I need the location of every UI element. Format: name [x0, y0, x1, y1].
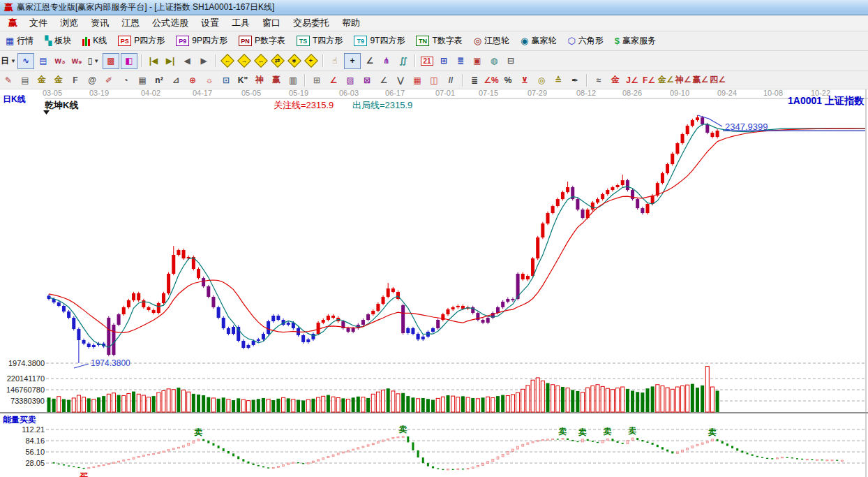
gold-bars-button[interactable]: ≙ [551, 73, 566, 87]
menu-item-7[interactable]: 窗口 [256, 15, 287, 31]
j-angle-button[interactable]: J∠ [624, 73, 640, 87]
wave-3-tool-button[interactable]: w₃ [52, 54, 68, 68]
menu-item-5[interactable]: 设置 [195, 15, 225, 31]
wave-box-button[interactable]: ≈ [591, 73, 606, 87]
menu-item-6[interactable]: 工具 [225, 15, 256, 31]
save-button[interactable]: ▣ [470, 54, 485, 68]
gold-fence-1-button[interactable]: 金 [34, 73, 50, 87]
brush-tool-button[interactable]: ✎ [1, 73, 16, 87]
menu-item-4[interactable]: 公式选股 [146, 15, 195, 31]
f-fence-button[interactable]: F [68, 73, 83, 87]
title-bar: 赢 赢家江恩专业版[赢家内部服务平台] - [上证指数 SH1A0001-167… [0, 0, 868, 15]
toolbar-p-number-table-button[interactable]: PNP数字表 [233, 31, 291, 50]
toolbar-9t-square-button[interactable]: T99T四方形 [348, 31, 410, 50]
percent-angle-button[interactable]: ∠% [484, 73, 499, 87]
gann-pattern-tool-button[interactable]: ▩ [103, 53, 119, 69]
toolbar-t-number-table-button[interactable]: TNT数字表 [410, 31, 467, 50]
comb-grid-button[interactable]: ▤ [17, 73, 33, 87]
star-circle-button[interactable]: ☼ [202, 73, 217, 87]
slant-lines-button[interactable]: // [443, 73, 458, 87]
period-day-dropdown-button[interactable]: 日▼ [1, 54, 16, 68]
diamond-shift-right-button[interactable]: → [237, 54, 252, 68]
thin-rays-button[interactable]: ∠ [376, 73, 391, 87]
toolbar-sectors-button[interactable]: ▚板块 [39, 31, 77, 50]
gold-underline-button[interactable]: 金 [608, 73, 623, 87]
volume-profile-tool-button[interactable]: ◧ [121, 53, 137, 69]
shen-angle-button[interactable]: 神∠ [675, 73, 691, 87]
diamond-compress-button[interactable]: ⇄ [270, 54, 285, 68]
toolbar-9p-square-button[interactable]: P99P四方形 [170, 31, 233, 50]
diamond-expand-button[interactable]: ↔ [253, 54, 269, 68]
print-button[interactable]: ⊟ [503, 54, 518, 68]
crosshair-tool-button[interactable]: + [344, 53, 361, 69]
toolbar-quotes-button[interactable]: ▦行情 [0, 31, 39, 50]
ying-angle-button[interactable]: 赢∠ [693, 73, 709, 87]
toolbar-winner-service-button[interactable]: $赢家服务 [609, 31, 661, 50]
ruler-123-button[interactable]: ▥ [285, 73, 301, 87]
goto-first-button[interactable]: |◀ [146, 54, 161, 68]
toolbar-kline-button[interactable]: K线 [77, 31, 112, 50]
menu-item-0[interactable]: 文件 [23, 15, 54, 31]
circle-grid-button[interactable]: ◔ [118, 73, 133, 87]
red-rays-button[interactable]: ∠ [326, 73, 341, 87]
toolbar-separator [586, 74, 588, 87]
qiankun-overlay-label: 乾坤K线 [45, 100, 78, 110]
goto-last-button[interactable]: ▶| [163, 54, 178, 68]
fence-grid-button[interactable]: ▦ [135, 73, 150, 87]
diamond-zoom-out-button[interactable]: ∗ [287, 54, 302, 68]
toolbar-t-square-button[interactable]: TST四方形 [291, 31, 348, 50]
check-wave-button[interactable]: ⋁ [393, 73, 408, 87]
diamond-shift-right-icon: → [237, 54, 251, 68]
pen-grid-button[interactable]: ✐ [101, 73, 117, 87]
menu-item-2[interactable]: 资讯 [84, 15, 115, 31]
n2-grid-button[interactable]: n² [151, 73, 167, 87]
spiral-tool-button[interactable]: @ [84, 73, 100, 87]
ying-fence-button[interactable]: 赢 [269, 73, 284, 87]
angle-mirror-button[interactable]: ⊿ [168, 73, 184, 87]
trend-line-tool-button[interactable]: ∠ [362, 54, 377, 68]
red-grid-2-button[interactable]: ◫ [426, 73, 442, 87]
square-target-button[interactable]: ⊡ [218, 73, 234, 87]
toolbar-gann-wheel-button[interactable]: ◎江恩轮 [468, 31, 515, 50]
box-rays-button[interactable]: ▨ [343, 73, 358, 87]
calculator-button[interactable]: ⊞ [436, 54, 451, 68]
si-angle-button[interactable]: 四∠ [710, 73, 726, 87]
calendar-21-button[interactable]: 21 [419, 54, 435, 68]
wave-9-tool-button[interactable]: w₉ [69, 54, 84, 68]
menu-item-9[interactable]: 帮助 [336, 15, 366, 31]
shen-fence-button[interactable]: 神 [252, 73, 267, 87]
box-rays-2-button[interactable]: ⊠ [359, 73, 375, 87]
ink-pen-button[interactable]: ✒ [567, 73, 583, 87]
k-quote-button[interactable]: K" [235, 73, 250, 87]
toolbar-winner-wheel-button[interactable]: ◉赢家轮 [515, 31, 562, 50]
red-grid-button[interactable]: ▦ [410, 73, 425, 87]
kline-chart[interactable]: 03-0503-1904-0204-1705-0505-1906-0306-17… [0, 89, 868, 477]
page-next-button[interactable]: ▶ [196, 54, 211, 68]
web-link-button[interactable]: ◍ [486, 54, 502, 68]
diamond-shift-left-button[interactable]: ← [220, 54, 235, 68]
page-prev-button[interactable]: ◀ [179, 54, 195, 68]
zigzag-wave-tool-button[interactable]: ∿ [17, 53, 34, 69]
menu-item-1[interactable]: 浏览 [54, 15, 84, 31]
ladder-tool-button[interactable]: ≣ [467, 73, 482, 87]
f-angle-button[interactable]: F∠ [641, 73, 657, 87]
percent-line-button[interactable]: ⊻ [517, 73, 532, 87]
gold-fence-2-button[interactable]: 金 [51, 73, 66, 87]
gann-fan-tool-button[interactable]: ⋔ [379, 54, 394, 68]
slant-lines-icon: // [449, 75, 454, 85]
menu-item-8[interactable]: 交易委托 [287, 15, 336, 31]
toolbar-p-square-button[interactable]: PSP四方形 [112, 31, 170, 50]
frame-tool-button[interactable]: ⊞ [309, 73, 324, 87]
notes-button[interactable]: ≣ [453, 54, 468, 68]
gold-angle-button[interactable]: 金∠ [658, 73, 674, 87]
wave-ruler-tool-button[interactable]: ∬ [396, 54, 411, 68]
candle-style-dropdown-button[interactable]: ▯▼ [86, 54, 101, 68]
percent-tool-button[interactable]: % [500, 73, 516, 87]
circle-cross-button[interactable]: ⊕ [185, 73, 200, 87]
menu-item-3[interactable]: 江恩 [115, 15, 146, 31]
diamond-zoom-all-button[interactable]: + [304, 54, 319, 68]
hand-tool-button[interactable]: ☝ [327, 54, 343, 68]
gold-circle-button[interactable]: ◎ [534, 73, 549, 87]
toolbar-hexagon-button[interactable]: ⬡六角形 [562, 31, 608, 50]
info-panel-button[interactable]: ▤ [36, 54, 51, 68]
